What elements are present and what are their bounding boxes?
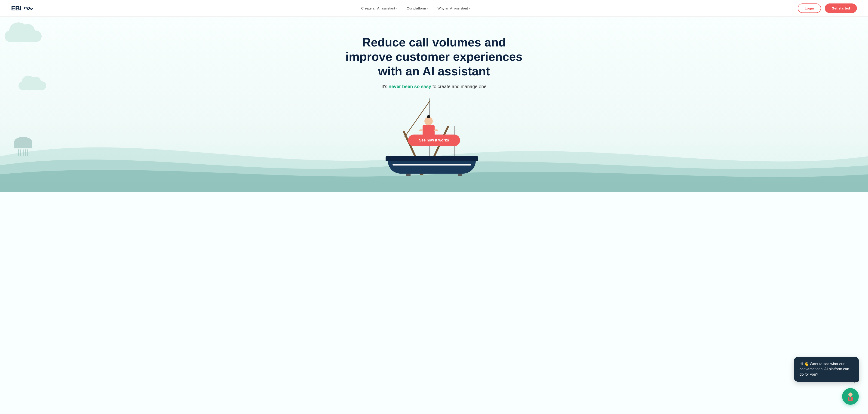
logo-icon [23, 5, 34, 12]
jellyfish [14, 137, 32, 155]
chat-avatar-button[interactable] [842, 388, 859, 405]
nav-create-label: Create an AI assistant [361, 6, 395, 10]
nav-item-platform[interactable]: Our platform ▾ [407, 6, 428, 10]
scroll-button[interactable]: See how it works [408, 134, 460, 146]
jellyfish-tentacles [14, 149, 32, 156]
hero-content: Reduce call volumes and improve customer… [0, 17, 868, 89]
boat-top [385, 156, 478, 161]
nav-links: Create an AI assistant ▾ Our platform ▾ … [361, 6, 470, 10]
nav-create-chevron: ▾ [396, 7, 397, 9]
boat-body [388, 161, 476, 173]
svg-rect-5 [849, 397, 851, 400]
svg-point-3 [848, 392, 852, 397]
nav-item-create[interactable]: Create an AI assistant ▾ [361, 6, 397, 10]
tentacle-4 [25, 149, 26, 156]
navbar: EBI Create an AI assistant ▾ Our platfor… [0, 0, 868, 17]
subtitle-suffix: to create and manage one [431, 84, 487, 89]
svg-point-1 [27, 8, 28, 9]
hero-subtitle: It's never been so easy to create and ma… [0, 84, 868, 89]
boat-hull [385, 156, 478, 177]
getstarted-button[interactable]: Get started [825, 3, 857, 13]
nav-why-label: Why an AI assistant [438, 6, 468, 10]
chat-avatar-icon [845, 391, 856, 402]
person-head [425, 117, 433, 125]
svg-point-2 [31, 8, 31, 9]
nav-why-chevron: ▾ [469, 7, 470, 9]
svg-point-0 [24, 8, 25, 9]
jellyfish-top [14, 137, 32, 149]
subtitle-highlight: never been so easy [389, 84, 431, 89]
tentacle-5 [27, 149, 28, 156]
nav-platform-label: Our platform [407, 6, 426, 10]
nav-item-why[interactable]: Why an AI assistant ▾ [438, 6, 470, 10]
tentacle-3 [23, 149, 24, 156]
login-button[interactable]: Login [798, 3, 821, 13]
nav-actions: Login Get started [798, 3, 857, 13]
hero-section: Reduce call volumes and improve customer… [0, 17, 868, 192]
subtitle-prefix: It's [381, 84, 389, 89]
tentacle-1 [18, 149, 19, 156]
chat-bubble-text: Hi 👋 Want to see what our conversational… [800, 362, 849, 376]
hero-title: Reduce call volumes and improve customer… [342, 35, 527, 78]
boat-stripe [393, 164, 471, 165]
logo-text: EBI [11, 5, 21, 12]
chat-bubble: Hi 👋 Want to see what our conversational… [794, 357, 859, 382]
tentacle-2 [20, 149, 21, 156]
nav-platform-chevron: ▾ [427, 7, 428, 9]
logo[interactable]: EBI [11, 5, 34, 12]
